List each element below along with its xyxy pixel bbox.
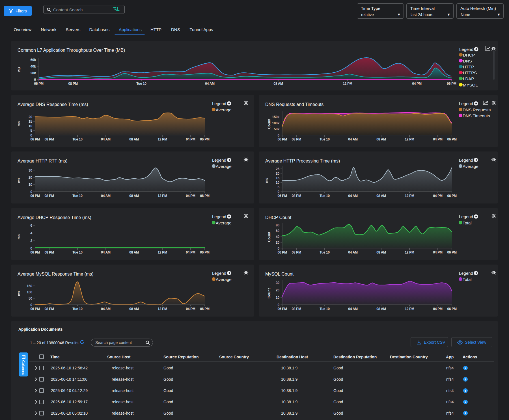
svg-text:04 AM: 04 AM [205,82,215,86]
svg-text:06 PM: 06 PM [200,250,209,254]
svg-text:50: 50 [29,296,32,300]
svg-text:60k: 60k [31,58,36,62]
svg-text:08 AM: 08 AM [376,137,386,141]
svg-text:12 PM: 12 PM [405,307,414,311]
svg-text:08 PM: 08 PM [292,307,301,311]
svg-text:Tue 10: Tue 10 [72,137,83,141]
svg-text:0: 0 [34,78,36,82]
svg-text:04 AM: 04 AM [101,250,111,254]
svg-text:08 AM: 08 AM [376,250,386,254]
svg-text:20: 20 [276,288,279,292]
svg-text:Tue 10: Tue 10 [72,307,83,311]
svg-text:06 PM: 06 PM [447,307,456,311]
svg-text:08 PM: 08 PM [44,250,54,254]
svg-text:04 AM: 04 AM [348,250,358,254]
svg-text:10: 10 [29,183,32,187]
svg-text:06 PM: 06 PM [447,250,456,254]
svg-text:12 PM: 12 PM [158,250,167,254]
svg-text:0: 0 [278,303,280,307]
svg-text:08 PM: 08 PM [68,82,77,86]
svg-text:25: 25 [276,167,279,171]
svg-text:150k: 150k [272,115,279,119]
svg-text:0: 0 [31,190,33,194]
svg-text:100: 100 [27,290,33,294]
svg-text:0: 0 [278,190,280,194]
svg-text:4: 4 [31,231,33,235]
svg-text:0: 0 [31,133,33,137]
svg-text:2: 2 [31,239,33,243]
svg-text:20k: 20k [31,71,36,75]
svg-text:04 PM: 04 PM [433,194,442,198]
svg-text:12 PM: 12 PM [158,137,167,141]
svg-text:5: 5 [278,185,280,189]
svg-text:06 PM: 06 PM [447,194,456,198]
svg-text:12 PM: 12 PM [405,137,414,141]
svg-text:06 PM: 06 PM [30,137,40,141]
svg-text:06 PM: 06 PM [34,82,43,86]
svg-text:15: 15 [276,176,279,180]
svg-text:0: 0 [278,133,280,137]
svg-text:04 AM: 04 AM [101,137,111,141]
svg-text:Tue 10: Tue 10 [320,250,330,254]
svg-text:08 PM: 08 PM [44,137,54,141]
svg-text:06 PM: 06 PM [200,137,209,141]
svg-text:06 PM: 06 PM [30,307,40,311]
svg-text:20: 20 [29,176,32,179]
svg-text:08 AM: 08 AM [273,82,283,86]
svg-text:06 PM: 06 PM [30,194,40,198]
svg-text:06 PM: 06 PM [277,250,287,254]
svg-text:0: 0 [278,246,280,250]
svg-text:04 AM: 04 AM [348,194,358,198]
svg-text:0: 0 [31,246,33,250]
svg-text:30: 30 [29,168,32,172]
svg-text:5: 5 [31,129,33,133]
svg-text:08 PM: 08 PM [44,194,54,198]
svg-text:04 PM: 04 PM [186,250,195,254]
svg-text:80: 80 [276,223,279,227]
svg-text:12 PM: 12 PM [343,82,352,86]
svg-text:15: 15 [29,120,32,124]
svg-text:Tue 10: Tue 10 [320,194,330,198]
svg-text:100k: 100k [272,121,279,125]
svg-text:04 PM: 04 PM [186,307,195,311]
svg-text:08 AM: 08 AM [129,307,139,311]
svg-text:04 AM: 04 AM [101,194,111,198]
svg-text:150: 150 [27,284,33,288]
svg-text:08 AM: 08 AM [129,137,139,141]
svg-text:10: 10 [276,181,279,185]
svg-text:6: 6 [31,224,33,228]
svg-text:06 PM: 06 PM [277,307,287,311]
svg-text:04 PM: 04 PM [412,82,421,86]
svg-text:12 PM: 12 PM [158,194,167,198]
svg-text:04 PM: 04 PM [186,194,195,198]
svg-text:Tue 10: Tue 10 [320,137,330,141]
svg-text:04 AM: 04 AM [101,307,111,311]
svg-text:06 PM: 06 PM [277,194,287,198]
svg-text:06 PM: 06 PM [200,194,209,198]
svg-text:60: 60 [276,229,279,233]
svg-text:04 PM: 04 PM [433,250,442,254]
svg-text:10: 10 [29,124,32,128]
svg-text:08 PM: 08 PM [292,250,301,254]
svg-text:04 PM: 04 PM [433,137,442,141]
svg-text:20: 20 [276,172,279,176]
svg-text:06 PM: 06 PM [277,137,287,141]
svg-text:10: 10 [276,296,279,300]
svg-text:Tue 10: Tue 10 [72,194,83,198]
svg-text:50k: 50k [274,127,280,131]
svg-text:06 PM: 06 PM [447,82,456,86]
svg-text:Tue 10: Tue 10 [320,307,330,311]
svg-text:04 PM: 04 PM [433,307,442,311]
svg-text:06 PM: 06 PM [447,137,456,141]
svg-text:04 AM: 04 AM [348,307,358,311]
svg-text:08 PM: 08 PM [44,307,54,311]
svg-text:08 AM: 08 AM [376,194,386,198]
svg-text:20: 20 [276,241,279,244]
svg-text:30: 30 [276,281,279,285]
svg-text:08 PM: 08 PM [292,137,301,141]
svg-text:40: 40 [276,235,279,239]
svg-text:12 PM: 12 PM [158,307,167,311]
svg-text:20: 20 [29,115,32,119]
svg-text:12 PM: 12 PM [405,194,414,198]
svg-text:40k: 40k [31,64,36,68]
